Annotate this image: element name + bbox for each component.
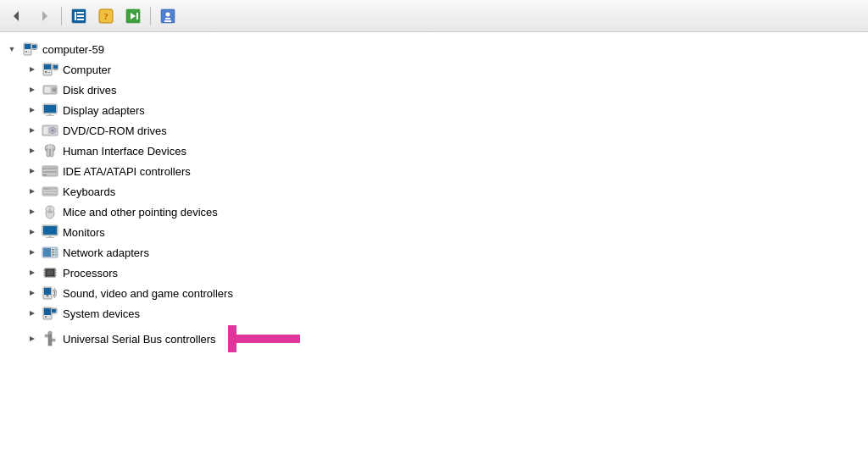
- svg-rect-4: [77, 12, 84, 14]
- svg-marker-71: [30, 230, 35, 235]
- tree-item-processors[interactable]: Processors: [24, 263, 868, 283]
- svg-rect-83: [55, 252, 57, 253]
- label-processors: Processors: [63, 267, 118, 280]
- svg-rect-81: [52, 254, 54, 256]
- svg-marker-100: [30, 311, 35, 316]
- expand-btn-keyboards[interactable]: [24, 183, 41, 200]
- expand-btn-hid[interactable]: [24, 142, 41, 159]
- root-label: computer-59: [42, 43, 104, 56]
- svg-point-13: [165, 12, 170, 17]
- expand-btn-monitors[interactable]: [24, 224, 41, 241]
- icon-network: [41, 244, 59, 261]
- tree-view-button[interactable]: [67, 4, 91, 28]
- properties-button[interactable]: [156, 4, 180, 28]
- device-manager-tree: ▼ computer-59 ComputerDisk drivesDisplay…: [0, 32, 868, 476]
- svg-rect-106: [52, 309, 56, 313]
- tree-item-computer[interactable]: Computer: [24, 59, 868, 80]
- svg-marker-36: [30, 108, 35, 113]
- svg-rect-14: [165, 18, 170, 19]
- label-hid: Human Interface Devices: [63, 145, 186, 158]
- svg-point-99: [47, 295, 47, 296]
- expand-btn-display-adapters[interactable]: [24, 102, 41, 119]
- expand-btn-system[interactable]: [24, 305, 41, 322]
- icon-computer: [41, 61, 59, 78]
- svg-marker-41: [30, 128, 35, 133]
- svg-rect-78: [43, 248, 51, 257]
- tree-item-sound[interactable]: Sound, video and game controllers: [24, 283, 868, 303]
- expand-btn-sound[interactable]: [24, 285, 41, 302]
- svg-rect-11: [136, 13, 138, 19]
- svg-rect-5: [77, 15, 84, 17]
- svg-rect-46: [48, 130, 51, 131]
- tree-item-monitors[interactable]: Monitors: [24, 222, 868, 242]
- label-ide: IDE ATA/ATAPI controllers: [63, 165, 191, 178]
- svg-rect-18: [25, 51, 27, 53]
- root-expand[interactable]: ▼: [3, 41, 20, 58]
- tree-item-usb[interactable]: Universal Serial Bus controllers: [24, 324, 868, 354]
- label-keyboards: Keyboards: [63, 185, 115, 198]
- svg-marker-31: [30, 87, 35, 92]
- expand-btn-processors[interactable]: [24, 264, 41, 281]
- help-button[interactable]: ?: [94, 4, 118, 28]
- label-sound: Sound, video and game controllers: [63, 287, 233, 300]
- next-pane-button[interactable]: [121, 4, 145, 28]
- svg-rect-55: [43, 168, 57, 169]
- svg-rect-26: [45, 71, 47, 73]
- expand-btn-computer[interactable]: [24, 61, 41, 78]
- expand-btn-usb[interactable]: [24, 330, 41, 347]
- tree-item-hid[interactable]: Human Interface Devices: [24, 141, 868, 161]
- svg-rect-104: [44, 308, 51, 315]
- svg-marker-58: [30, 189, 35, 194]
- tree-item-network[interactable]: Network adapters: [24, 242, 868, 263]
- label-disk-drives: Disk drives: [63, 84, 117, 97]
- expand-btn-network[interactable]: [24, 244, 41, 261]
- tree-item-display-adapters[interactable]: Display adapters: [24, 100, 868, 120]
- tree-item-dvd-drives[interactable]: DVD/CD-ROM drives: [24, 120, 868, 141]
- tree-item-mice[interactable]: Mice and other pointing devices: [24, 202, 868, 222]
- icon-hid: [41, 142, 59, 159]
- pink-arrow: [228, 325, 304, 352]
- arrow-svg: [228, 325, 304, 352]
- expand-btn-mice[interactable]: [24, 203, 41, 220]
- svg-rect-19: [28, 52, 31, 53]
- svg-rect-39: [48, 113, 52, 115]
- expand-btn-ide[interactable]: [24, 163, 41, 180]
- toolbar-separator-2: [150, 7, 151, 25]
- icon-ide: [41, 163, 59, 180]
- svg-rect-64: [47, 189, 48, 190]
- svg-rect-49: [47, 148, 50, 157]
- tree-item-disk-drives[interactable]: Disk drives: [24, 80, 868, 100]
- tree-root[interactable]: ▼ computer-59: [3, 39, 868, 59]
- svg-rect-6: [77, 19, 84, 20]
- tree-item-system[interactable]: System devices: [24, 303, 868, 324]
- svg-marker-0: [14, 11, 19, 21]
- expand-btn-dvd-drives[interactable]: [24, 122, 41, 139]
- tree-item-keyboards[interactable]: Keyboards: [24, 181, 868, 202]
- svg-rect-56: [43, 171, 57, 173]
- svg-rect-79: [52, 249, 54, 251]
- svg-rect-25: [44, 64, 51, 69]
- svg-rect-63: [44, 189, 46, 190]
- svg-point-45: [52, 130, 54, 132]
- svg-rect-97: [44, 288, 51, 295]
- icon-system: [41, 305, 59, 322]
- svg-rect-40: [46, 115, 54, 116]
- svg-rect-88: [47, 270, 53, 275]
- tree-item-ide[interactable]: IDE ATA/ATAPI controllers: [24, 161, 868, 181]
- svg-rect-65: [48, 189, 50, 190]
- label-system: System devices: [63, 307, 140, 320]
- svg-rect-15: [164, 20, 171, 22]
- label-dvd-drives: DVD/CD-ROM drives: [63, 125, 167, 137]
- expand-btn-disk-drives[interactable]: [24, 81, 41, 98]
- label-usb: Universal Serial Bus controllers: [63, 333, 216, 346]
- forward-button[interactable]: [32, 4, 56, 28]
- toolbar-separator-1: [61, 7, 62, 25]
- icon-processors: [41, 264, 59, 281]
- back-button[interactable]: [5, 4, 29, 28]
- svg-rect-82: [55, 249, 57, 251]
- icon-keyboards: [41, 183, 59, 200]
- label-display-adapters: Display adapters: [63, 104, 145, 117]
- svg-point-35: [53, 89, 55, 91]
- toolbar: ?: [0, 0, 868, 32]
- svg-rect-75: [46, 237, 54, 238]
